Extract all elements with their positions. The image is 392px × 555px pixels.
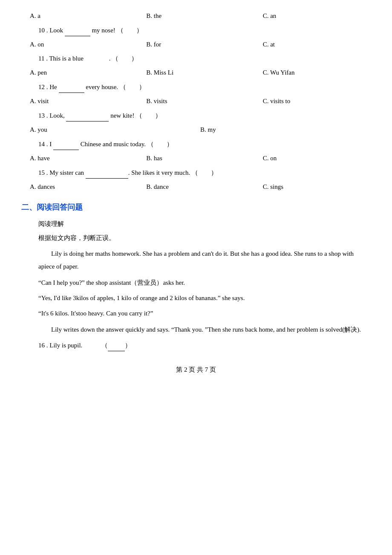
blank-10 <box>65 24 90 36</box>
option-c-15: C. sings <box>254 181 371 193</box>
options-row-13: A. you B. my <box>21 124 371 136</box>
question-16: 16 . Lily is pupil. （ ） <box>38 339 371 351</box>
options-row-12: A. visit B. visits C. visits to <box>21 95 371 107</box>
question-10: 10 . Look my nose! （ ） <box>38 24 371 36</box>
blank-14 <box>53 138 79 150</box>
option-c-12: C. visits to <box>254 95 371 107</box>
option-b-15: B. dance <box>138 181 254 193</box>
option-a-13: A. you <box>21 124 192 136</box>
option-a-14: A. have <box>21 153 138 164</box>
option-a-15: A. dances <box>21 181 138 193</box>
blank-13 <box>66 110 109 121</box>
options-row-10: A. on B. for C. at <box>21 39 371 50</box>
blank-15 <box>86 167 128 179</box>
page-footer: 第 2 页 共 7 页 <box>21 364 371 376</box>
option-b-12: B. visits <box>138 95 254 107</box>
option-a-10: A. on <box>21 39 138 50</box>
passage-dialog-2: “Yes, I'd like 3kilos of apples, 1 kilo … <box>38 292 371 304</box>
options-row-prev: A. a B. the C. an <box>21 10 371 22</box>
blank-16 <box>108 339 125 351</box>
passage-p1: Lily is doing her maths homework. She ha… <box>38 247 371 273</box>
option-b-prev: B. the <box>138 10 254 22</box>
section-2-title: 二、阅读回答问题 <box>21 200 371 214</box>
question-15: 15 . My sister can . She likes it very m… <box>38 167 371 179</box>
passage-p2: Lily writes down the answer quickly and … <box>38 323 371 336</box>
option-a-12: A. visit <box>21 95 138 107</box>
question-12: 12 . He every house. （ ） <box>38 81 371 93</box>
option-b-13: B. my <box>192 124 311 136</box>
instruction: 根据短文内容，判断正误。 <box>38 232 371 244</box>
option-c-11: C. Wu Yifan <box>254 67 371 78</box>
option-b-14: B. has <box>138 153 254 164</box>
blank-12 <box>59 81 84 93</box>
options-row-11: A. pen B. Miss Li C. Wu Yifan <box>21 67 371 78</box>
option-a-prev: A. a <box>21 10 138 22</box>
option-c-prev: C. an <box>254 10 371 22</box>
option-b-10: B. for <box>138 39 254 50</box>
question-13: 13 . Look, new kite! （ ） <box>38 110 371 121</box>
passage-dialog-1: “Can I help you?” the shop assistant（营业员… <box>38 276 371 289</box>
option-c-14: C. on <box>254 153 371 164</box>
options-row-15: A. dances B. dance C. sings <box>21 181 371 193</box>
options-row-14: A. have B. has C. on <box>21 153 371 164</box>
question-14: 14 . I Chinese and music today. （ ） <box>38 138 371 150</box>
passage-dialog-3: “It's 6 kilos. It'stoo heavy. Can you ca… <box>38 307 371 320</box>
subsection-label: 阅读理解 <box>38 218 371 230</box>
option-a-11: A. pen <box>21 67 138 78</box>
question-11: 11 . This is a blue . （ ） <box>38 53 371 64</box>
option-b-11: B. Miss Li <box>138 67 254 78</box>
option-c-10: C. at <box>254 39 371 50</box>
